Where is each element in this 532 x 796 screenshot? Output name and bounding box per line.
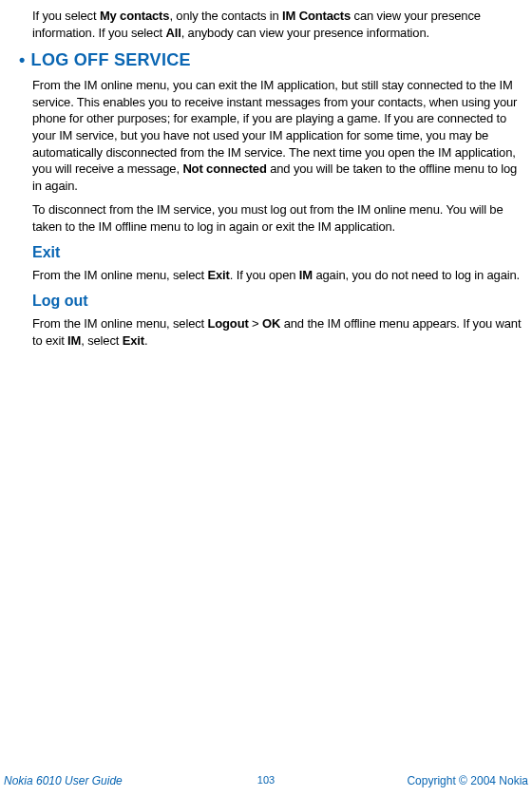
- bold-text: All: [165, 26, 180, 40]
- heading-text: LOG OFF SERVICE: [31, 50, 191, 69]
- footer-page-number: 103: [257, 773, 275, 787]
- text: From the IM online menu, select: [32, 268, 208, 282]
- bold-text: Not connected: [182, 161, 266, 176]
- bold-text: Exit: [123, 333, 144, 348]
- section-para-1: From the IM online menu, you can exit th…: [32, 77, 528, 194]
- text: . If you open: [230, 268, 299, 282]
- text: .: [144, 333, 147, 348]
- footer-copyright: Copyright © 2004 Nokia: [407, 773, 528, 788]
- text: , anybody can view your presence informa…: [181, 26, 429, 40]
- text: To disconnect from the IM service, you m…: [32, 202, 504, 234]
- sub-heading-logout: Log out: [32, 291, 528, 312]
- bold-text: IM Contacts: [282, 9, 351, 23]
- section-heading-logoff: •LOG OFF SERVICE: [19, 48, 528, 71]
- logout-para: From the IM online menu, select Logout >…: [32, 315, 528, 349]
- intro-paragraph: If you select My contacts, only the cont…: [32, 8, 528, 41]
- text: If you select: [32, 9, 100, 23]
- bullet-icon: •: [19, 50, 26, 69]
- bold-text: OK: [262, 316, 280, 331]
- section-para-2: To disconnect from the IM service, you m…: [32, 201, 528, 235]
- text: , select: [81, 333, 122, 348]
- text: , only the contacts in: [169, 9, 282, 23]
- text: From the IM online menu, select: [32, 316, 208, 331]
- bold-text: Exit: [208, 268, 230, 282]
- bold-text: My contacts: [100, 9, 169, 23]
- heading-text: Log out: [32, 293, 88, 309]
- page-content: If you select My contacts, only the cont…: [4, 8, 528, 349]
- bold-text: IM: [67, 333, 81, 348]
- text: >: [249, 316, 262, 331]
- footer-guide-title: Nokia 6010 User Guide: [4, 773, 123, 788]
- bold-text: Logout: [208, 316, 249, 331]
- sub-heading-exit: Exit: [32, 242, 528, 263]
- exit-para: From the IM online menu, select Exit. If…: [32, 267, 528, 284]
- page-footer: Nokia 6010 User Guide 103 Copyright © 20…: [4, 773, 528, 788]
- heading-text: Exit: [32, 244, 60, 260]
- text: again, you do not need to log in again.: [313, 268, 520, 282]
- bold-text: IM: [299, 268, 313, 282]
